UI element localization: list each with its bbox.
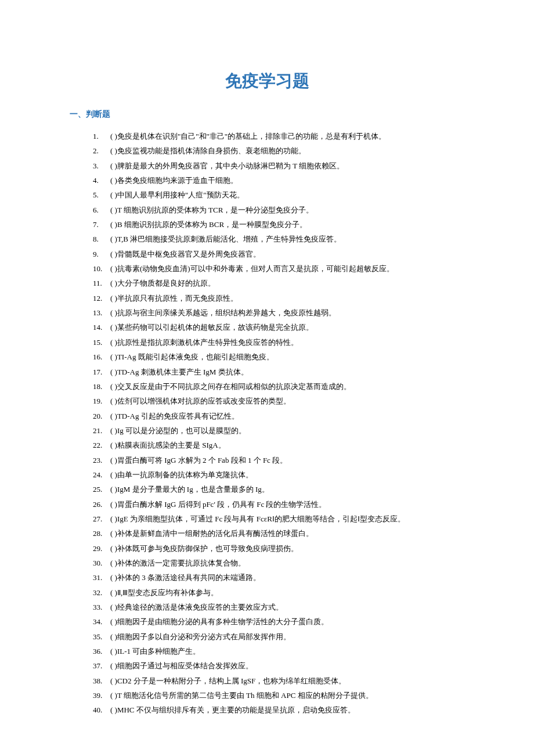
question-text: ( )胃蛋白酶可将 IgG 水解为 2 个 Fab 段和 1 个 Fc 段。 [110, 453, 464, 467]
question-number: 4. [93, 173, 110, 188]
question-text: ( )交叉反应是由于不同抗原之间存在相同或相似的抗原决定基而造成的。 [110, 379, 464, 394]
question-number: 26. [93, 497, 110, 512]
question-text: ( )经典途径的激活是体液免疫应答的主要效应方式。 [110, 600, 464, 614]
question-text: ( )中国人最早利用接种"人痘"预防天花。 [110, 188, 464, 202]
question-item: 19.( )佐剂可以增强机体对抗原的应答或改变应答的类型。 [93, 394, 464, 408]
question-text: ( )细胞因子通过与相应受体结合发挥效应。 [110, 658, 464, 673]
question-number: 34. [93, 614, 110, 629]
question-number: 36. [93, 644, 110, 658]
question-number: 12. [93, 291, 110, 305]
question-number: 23. [93, 453, 110, 467]
question-number: 15. [93, 335, 110, 350]
question-text: ( )抗毒素(动物免疫血清)可以中和外毒素，但对人而言又是抗原，可能引起超敏反应… [110, 261, 464, 276]
question-text: ( )Ig 可以是分泌型的，也可以是膜型的。 [110, 423, 464, 438]
question-item: 39.( )T 细胞活化信号所需的第二信号主要由 Th 细胞和 APC 相应的粘… [93, 688, 464, 703]
question-item: 36.( )IL-1 可由多种细胞产生。 [93, 644, 464, 658]
question-item: 28.( )补体是新鲜血清中一组耐热的活化后具有酶活性的球蛋白。 [93, 526, 464, 541]
question-text: ( )抗原性是指抗原刺激机体产生特异性免疫应答的特性。 [110, 335, 464, 350]
question-item: 26.( )胃蛋白酶水解 IgG 后得到 pFc' 段，仍具有 Fc 段的生物学… [93, 497, 464, 512]
question-item: 10.( )抗毒素(动物免疫血清)可以中和外毒素，但对人而言又是抗原，可能引起超… [93, 261, 464, 276]
question-number: 1. [93, 129, 110, 143]
question-item: 20.( )TD-Ag 引起的免疫应答具有记忆性。 [93, 409, 464, 423]
question-number: 21. [93, 423, 110, 438]
question-text: ( )IgM 是分子量最大的 Ig，也是含量最多的 Ig。 [110, 482, 464, 496]
question-number: 8. [93, 232, 110, 246]
question-item: 31.( )补体的 3 条激活途径具有共同的末端通路。 [93, 570, 464, 585]
question-item: 14.( )某些药物可以引起机体的超敏反应，故该药物是完全抗原。 [93, 320, 464, 334]
section-header: 一、判断题 [70, 109, 464, 120]
question-item: 22.( )粘膜表面抗感染的主要是 SIgA。 [93, 438, 464, 452]
question-number: 40. [93, 703, 110, 717]
question-item: 4.( )各类免疫细胞均来源于造血干细胞。 [93, 173, 464, 188]
question-text: ( )免疫是机体在识别"自己"和"非己"的基础上，排除非己的功能，总是有利于机体… [110, 129, 464, 143]
question-text: ( )TD-Ag 引起的免疫应答具有记忆性。 [110, 409, 464, 423]
question-text: ( )由单一抗原制备的抗体称为单克隆抗体。 [110, 467, 464, 482]
question-text: ( )大分子物质都是良好的抗原。 [110, 276, 464, 290]
question-item: 1.( )免疫是机体在识别"自己"和"非己"的基础上，排除非己的功能，总是有利于… [93, 129, 464, 143]
question-item: 18.( )交叉反应是由于不同抗原之间存在相同或相似的抗原决定基而造成的。 [93, 379, 464, 394]
question-number: 35. [93, 629, 110, 644]
question-item: 30.( )补体的激活一定需要抗原抗体复合物。 [93, 556, 464, 570]
question-text: ( )TI-Ag 既能引起体液免疫，也能引起细胞免疫。 [110, 350, 464, 364]
question-number: 31. [93, 570, 110, 585]
questions-list: 1.( )免疫是机体在识别"自己"和"非己"的基础上，排除非己的功能，总是有利于… [70, 129, 464, 718]
question-number: 22. [93, 438, 110, 452]
question-text: ( )抗原与宿主间亲缘关系越远，组织结构差异越大，免疫原性越弱。 [110, 305, 464, 320]
question-number: 18. [93, 379, 110, 394]
question-item: 6.( )T 细胞识别抗原的受体称为 TCR，是一种分泌型免疫分子。 [93, 203, 464, 217]
question-text: ( )补体的激活一定需要抗原抗体复合物。 [110, 556, 464, 570]
question-text: ( )免疫监视功能是指机体清除自身损伤、衰老细胞的功能。 [110, 143, 464, 158]
question-text: ( )细胞因子多以自分泌和旁分泌方式在局部发挥作用。 [110, 629, 464, 644]
question-text: ( )T,B 淋巴细胞接受抗原刺激后能活化、增殖，产生特异性免疫应答。 [110, 232, 464, 246]
question-text: ( )IL-1 可由多种细胞产生。 [110, 644, 464, 658]
question-item: 21.( )Ig 可以是分泌型的，也可以是膜型的。 [93, 423, 464, 438]
question-number: 19. [93, 394, 110, 408]
question-text: ( )TD-Ag 刺激机体主要产生 IgM 类抗体。 [110, 365, 464, 379]
question-text: ( )半抗原只有抗原性，而无免疫原性。 [110, 291, 464, 305]
question-number: 28. [93, 526, 110, 541]
question-text: ( )MHC 不仅与组织排斥有关，更主要的功能是提呈抗原，启动免疫应答。 [110, 703, 464, 717]
question-text: ( )骨髓既是中枢免疫器官又是外周免疫器官。 [110, 247, 464, 261]
question-item: 27.( )IgE 为亲细胞型抗体，可通过 Fc 段与具有 FcεRⅠ的肥大细胞… [93, 512, 464, 526]
question-text: ( )补体是新鲜血清中一组耐热的活化后具有酶活性的球蛋白。 [110, 526, 464, 541]
question-number: 29. [93, 541, 110, 556]
question-item: 3.( )脾脏是最大的外周免疫器官，其中央小动脉淋巴鞘为 T 细胞依赖区。 [93, 159, 464, 173]
question-item: 23.( )胃蛋白酶可将 IgG 水解为 2 个 Fab 段和 1 个 Fc 段… [93, 453, 464, 467]
question-item: 33.( )经典途径的激活是体液免疫应答的主要效应方式。 [93, 600, 464, 614]
question-item: 11.( )大分子物质都是良好的抗原。 [93, 276, 464, 290]
question-text: ( )胃蛋白酶水解 IgG 后得到 pFc' 段，仍具有 Fc 段的生物学活性。 [110, 497, 464, 512]
question-item: 9.( )骨髓既是中枢免疫器官又是外周免疫器官。 [93, 247, 464, 261]
question-number: 10. [93, 261, 110, 276]
question-number: 7. [93, 217, 110, 232]
question-item: 35.( )细胞因子多以自分泌和旁分泌方式在局部发挥作用。 [93, 629, 464, 644]
question-text: ( )各类免疫细胞均来源于造血干细胞。 [110, 173, 464, 188]
question-number: 37. [93, 658, 110, 673]
question-text: ( )CD2 分子是一种粘附分子，结构上属 IgSF，也称为绵羊红细胞受体。 [110, 674, 464, 688]
question-number: 2. [93, 143, 110, 158]
question-number: 14. [93, 320, 110, 334]
question-number: 13. [93, 305, 110, 320]
question-item: 13.( )抗原与宿主间亲缘关系越远，组织结构差异越大，免疫原性越弱。 [93, 305, 464, 320]
question-item: 17.( )TD-Ag 刺激机体主要产生 IgM 类抗体。 [93, 365, 464, 379]
question-number: 24. [93, 467, 110, 482]
question-text: ( )粘膜表面抗感染的主要是 SIgA。 [110, 438, 464, 452]
question-text: ( )细胞因子是由细胞分泌的具有多种生物学活性的大分子蛋白质。 [110, 614, 464, 629]
question-text: ( )佐剂可以增强机体对抗原的应答或改变应答的类型。 [110, 394, 464, 408]
question-text: ( )T 细胞活化信号所需的第二信号主要由 Th 细胞和 APC 相应的粘附分子… [110, 688, 464, 703]
question-number: 17. [93, 365, 110, 379]
question-number: 25. [93, 482, 110, 496]
question-item: 15.( )抗原性是指抗原刺激机体产生特异性免疫应答的特性。 [93, 335, 464, 350]
question-item: 2.( )免疫监视功能是指机体清除自身损伤、衰老细胞的功能。 [93, 143, 464, 158]
question-item: 16.( )TI-Ag 既能引起体液免疫，也能引起细胞免疫。 [93, 350, 464, 364]
question-number: 20. [93, 409, 110, 423]
question-text: ( )补体的 3 条激活途径具有共同的末端通路。 [110, 570, 464, 585]
question-text: ( )IgE 为亲细胞型抗体，可通过 Fc 段与具有 FcεRⅠ的肥大细胞等结合… [110, 512, 464, 526]
question-text: ( )Ⅱ,Ⅲ型变态反应均有补体参与。 [110, 585, 464, 600]
question-item: 37.( )细胞因子通过与相应受体结合发挥效应。 [93, 658, 464, 673]
question-number: 16. [93, 350, 110, 364]
question-text: ( )某些药物可以引起机体的超敏反应，故该药物是完全抗原。 [110, 320, 464, 334]
question-item: 25.( )IgM 是分子量最大的 Ig，也是含量最多的 Ig。 [93, 482, 464, 496]
question-item: 34.( )细胞因子是由细胞分泌的具有多种生物学活性的大分子蛋白质。 [93, 614, 464, 629]
question-text: ( )脾脏是最大的外周免疫器官，其中央小动脉淋巴鞘为 T 细胞依赖区。 [110, 159, 464, 173]
question-number: 6. [93, 203, 110, 217]
